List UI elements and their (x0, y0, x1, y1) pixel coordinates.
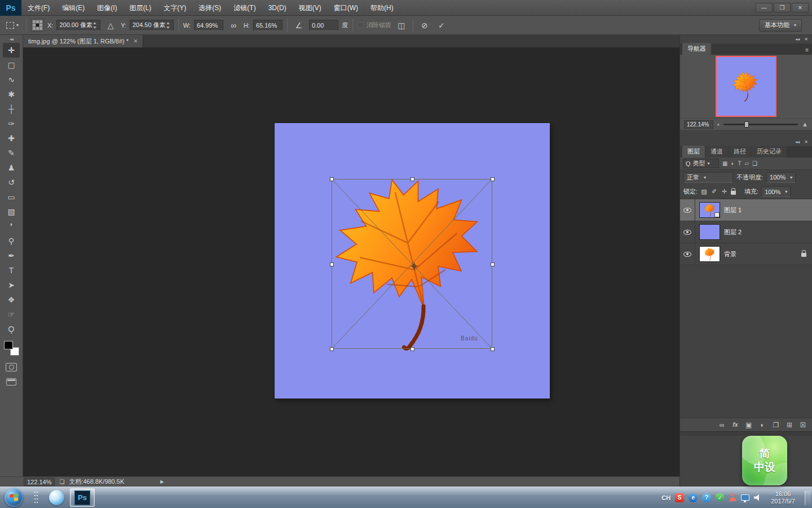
marquee-tool[interactable]: ▢ (3, 58, 20, 72)
transform-handle-bm[interactable] (411, 347, 414, 351)
slider-handle[interactable] (744, 121, 749, 128)
adjustment-layer-icon[interactable]: ◐ (758, 421, 766, 429)
canvas-area[interactable]: Baidu (23, 47, 679, 476)
transform-handle-tl[interactable] (330, 177, 334, 181)
panel-collapse-icon[interactable]: ◂◂ (795, 139, 800, 144)
menu-image[interactable]: 图像(I) (91, 0, 123, 16)
lock-position-icon[interactable]: ✛ (721, 188, 728, 195)
start-button[interactable] (5, 488, 23, 507)
commit-transform-button[interactable]: ✓ (435, 19, 448, 32)
taskbar-clock[interactable]: 16:06 2017/5/7 (766, 491, 800, 505)
height-scale-field[interactable]: 65.16% (253, 20, 283, 31)
foreground-color-swatch[interactable] (4, 341, 13, 349)
panel-collapse-icon[interactable]: ◂◂ (795, 37, 800, 42)
antialias-checkbox[interactable] (358, 22, 364, 28)
menu-select[interactable]: 选择(S) (192, 0, 227, 16)
zoom-tool[interactable]: Ǫ (3, 322, 20, 336)
visibility-cell[interactable] (680, 199, 695, 221)
gradient-tool[interactable]: ▧ (3, 204, 20, 219)
eye-icon[interactable] (683, 230, 691, 235)
eye-icon[interactable] (683, 252, 691, 257)
tab-close-icon[interactable]: × (134, 38, 138, 45)
delete-layer-icon[interactable]: ☒ (799, 421, 807, 429)
transform-handle-bl[interactable] (330, 347, 334, 351)
healing-brush-tool[interactable]: ✚ (3, 131, 20, 146)
eye-icon[interactable] (683, 208, 691, 213)
new-layer-icon[interactable]: ⊞ (785, 421, 793, 429)
rotation-angle-field[interactable]: 0.00 (309, 20, 338, 31)
jianzhongshe-gadget[interactable]: 简 中设 (742, 436, 787, 485)
navigator-thumbnail[interactable] (717, 57, 775, 116)
toolbar-collapse-icon[interactable]: ◂◂ (10, 36, 13, 43)
volume-icon[interactable] (754, 494, 761, 501)
menu-filter[interactable]: 滤镜(T) (227, 0, 262, 16)
panel-close-icon[interactable]: ✕ (804, 139, 808, 144)
user-icon[interactable] (729, 493, 736, 502)
tool-preset-picker[interactable]: ▾ (3, 19, 21, 32)
monitor-icon[interactable] (741, 494, 749, 501)
quick-selection-tool[interactable]: ✱ (3, 87, 20, 102)
layer-name[interactable]: 图层 2 (724, 228, 742, 237)
blend-mode-dropdown[interactable]: 正常 ▾ (683, 172, 733, 183)
zoom-level-field[interactable]: 122.14% (24, 478, 55, 486)
status-expand-icon[interactable]: ▶ (160, 479, 164, 484)
path-selection-tool[interactable]: ➤ (3, 278, 20, 292)
lasso-tool[interactable]: ∿ (3, 72, 20, 87)
document-tab[interactable]: timg.jpg @ 122% (图层 1, RGB/8#) * × (23, 35, 143, 47)
menu-window[interactable]: 窗口(W) (328, 0, 364, 16)
relative-position-toggle[interactable]: △ (104, 19, 117, 32)
tab-history[interactable]: 历史记录 (752, 146, 787, 157)
stepper-icon[interactable] (166, 21, 171, 29)
photoshop-taskbar-button[interactable]: Ps (70, 488, 95, 507)
menu-file[interactable]: 文件(F) (21, 0, 56, 16)
blur-tool[interactable]: ❜ (3, 219, 20, 234)
dodge-tool[interactable]: ⚲ (3, 234, 20, 248)
menu-3d[interactable]: 3D(D) (262, 0, 293, 16)
x-position-field[interactable]: 200.00 像素 (56, 20, 100, 31)
zoom-out-icon[interactable]: ▴ (717, 122, 720, 126)
filter-smart-object-icon[interactable]: ❑ (752, 160, 757, 167)
warp-mode-toggle[interactable]: ◫ (395, 19, 408, 32)
layer-row-2[interactable]: 图层 2 (680, 221, 812, 243)
history-brush-tool[interactable]: ↺ (3, 175, 20, 190)
lock-all-icon[interactable] (731, 191, 736, 195)
filter-adjustment-icon[interactable]: ◐ (731, 160, 734, 167)
opacity-dropdown[interactable]: 100% ▾ (766, 172, 796, 183)
document-canvas[interactable]: Baidu (275, 123, 550, 398)
minimize-button[interactable]: — (756, 3, 773, 12)
panel-resize-handle[interactable] (680, 431, 812, 436)
show-desktop-button[interactable] (805, 491, 811, 505)
clone-stamp-tool[interactable]: ♟ (3, 160, 20, 175)
link-layers-icon[interactable]: ∞ (718, 421, 726, 429)
brush-tool[interactable]: ✎ (3, 146, 20, 160)
lock-transparency-icon[interactable]: ▨ (700, 188, 708, 195)
screen-mode-button[interactable] (6, 378, 16, 386)
zoom-in-icon[interactable]: ▲ (802, 121, 808, 128)
layer-name[interactable]: 图层 1 (724, 206, 742, 214)
cancel-transform-button[interactable]: ⊘ (418, 19, 431, 32)
close-button[interactable]: ✕ (792, 3, 809, 12)
transform-handle-mr[interactable] (491, 262, 495, 266)
filter-type-icon[interactable]: T (738, 160, 742, 167)
panel-menu-icon[interactable]: ≡ (805, 47, 809, 53)
free-transform-bounding-box[interactable] (332, 179, 492, 349)
panel-close-icon[interactable]: ✕ (804, 37, 808, 42)
layer-thumbnail[interactable] (699, 246, 720, 262)
quick-mask-button[interactable] (6, 363, 17, 371)
sogou-icon[interactable]: S (675, 493, 684, 502)
layer-style-icon[interactable]: fx (731, 422, 739, 428)
menu-view[interactable]: 视图(V) (293, 0, 328, 16)
hand-tool[interactable]: ☞ (3, 307, 20, 322)
taskbar-grip[interactable] (34, 491, 39, 505)
browser-taskbar-button[interactable] (46, 489, 67, 507)
filter-shape-icon[interactable]: ▱ (745, 160, 749, 167)
layer-filter-dropdown[interactable]: Ǫ 类型 ▾ (683, 159, 719, 168)
layer-thumbnail[interactable] (699, 202, 720, 218)
menu-edit[interactable]: 编辑(E) (56, 0, 91, 16)
layer-row-1[interactable]: 图层 1 (680, 199, 812, 221)
transform-handle-ml[interactable] (330, 262, 334, 266)
menu-type[interactable]: 文字(Y) (157, 0, 192, 16)
workspace-switcher[interactable]: 基本功能 ▾ (759, 19, 802, 32)
layer-mask-icon[interactable]: ▣ (745, 421, 753, 429)
qq-helper-icon[interactable]: ? (702, 493, 711, 502)
